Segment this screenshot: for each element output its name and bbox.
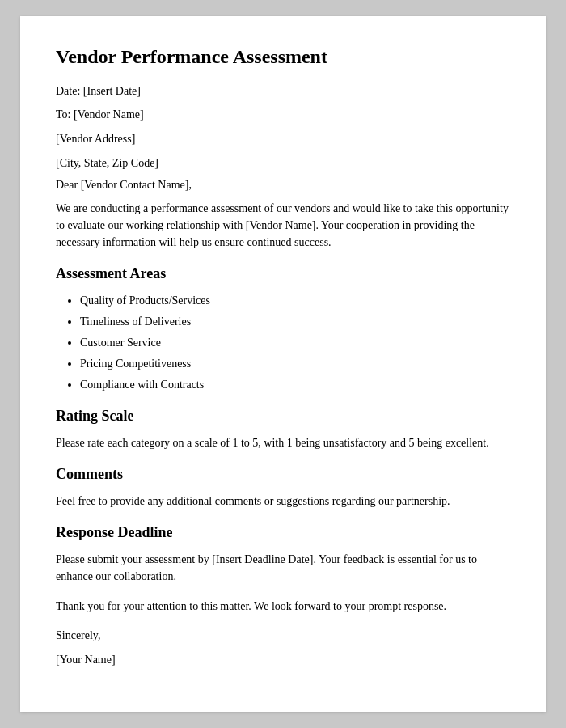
- sincerely: Sincerely,: [56, 628, 510, 644]
- document-page: Vendor Performance Assessment Date: [Ins…: [20, 16, 546, 712]
- list-item: Compliance with Contracts: [80, 376, 510, 393]
- address-line: [Vendor Address]: [56, 131, 510, 147]
- date-line: Date: [Insert Date]: [56, 83, 510, 99]
- deadline-paragraph: Please submit your assessment by [Insert…: [56, 551, 510, 585]
- list-item: Quality of Products/Services: [80, 292, 510, 309]
- greeting: Dear [Vendor Contact Name],: [56, 179, 510, 192]
- intro-paragraph: We are conducting a performance assessme…: [56, 200, 510, 251]
- thank-you: Thank you for your attention to this mat…: [56, 598, 510, 615]
- list-item: Pricing Competitiveness: [80, 355, 510, 372]
- city-line: [City, State, Zip Code]: [56, 155, 510, 171]
- comments-paragraph: Feel free to provide any additional comm…: [56, 493, 510, 510]
- assessment-list: Quality of Products/Services Timeliness …: [56, 292, 510, 393]
- deadline-heading: Response Deadline: [56, 524, 510, 541]
- comments-heading: Comments: [56, 466, 510, 483]
- list-item: Timeliness of Deliveries: [80, 313, 510, 330]
- to-line: To: [Vendor Name]: [56, 107, 510, 123]
- rating-paragraph: Please rate each category on a scale of …: [56, 434, 510, 451]
- assessment-heading: Assessment Areas: [56, 265, 510, 282]
- rating-heading: Rating Scale: [56, 408, 510, 425]
- your-name: [Your Name]: [56, 652, 510, 668]
- list-item: Customer Service: [80, 334, 510, 351]
- document-title: Vendor Performance Assessment: [56, 45, 510, 69]
